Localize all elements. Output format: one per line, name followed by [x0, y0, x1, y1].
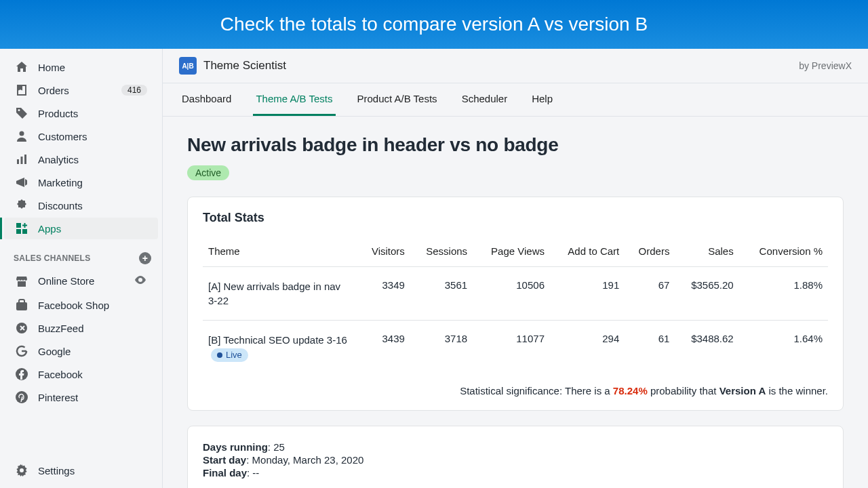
store-icon: [15, 274, 28, 288]
main-content: A|B Theme Scientist by PreviewX Dashboar…: [163, 49, 868, 488]
nav-orders[interactable]: Orders 416: [4, 79, 158, 101]
stats-table: Theme Visitors Sessions Page Views Add t…: [203, 239, 828, 374]
meta-start: Start day: Monday, March 23, 2020: [203, 454, 828, 466]
orders-icon: [15, 83, 28, 97]
cell-theme: [A] New arrivals badge in nav 3-22: [208, 281, 340, 306]
table-row: [B] Technical SEO update 3-16 Live 3439 …: [203, 321, 828, 375]
nav-products[interactable]: Products: [4, 102, 158, 124]
col-atc: Add to Cart: [550, 239, 625, 267]
nav-label: Google: [38, 346, 71, 357]
megaphone-icon: [15, 176, 28, 189]
nav-label: Facebook Shop: [38, 300, 109, 311]
svg-rect-6: [16, 229, 21, 234]
app-author: by PreviewX: [799, 60, 852, 71]
svg-rect-2: [21, 157, 23, 164]
facebook-icon: [15, 367, 28, 381]
nav-customers[interactable]: Customers: [4, 125, 158, 147]
cell-conversion: 1.64%: [739, 321, 828, 375]
nav-label: Facebook: [38, 369, 83, 380]
cell-pageviews: 10506: [473, 267, 550, 321]
channel-google[interactable]: Google: [4, 340, 158, 362]
facebook-shop-icon: [15, 298, 28, 312]
tab-dashboard[interactable]: Dashboard: [179, 83, 234, 116]
col-visitors: Visitors: [357, 239, 410, 267]
nav-label: Products: [38, 108, 78, 119]
tab-help[interactable]: Help: [529, 83, 555, 116]
tab-product-ab-tests[interactable]: Product A/B Tests: [355, 83, 440, 116]
cell-orders: 67: [625, 267, 675, 321]
cell-sales: $3565.20: [675, 267, 738, 321]
sidebar: Home Orders 416 Products Customers Analy…: [0, 49, 163, 488]
total-stats-card: Total Stats Theme Visitors Sessions Page…: [187, 197, 844, 411]
discount-icon: [15, 199, 28, 212]
table-row: [A] New arrivals badge in nav 3-22 3349 …: [203, 267, 828, 321]
app-header: A|B Theme Scientist by PreviewX: [163, 49, 868, 83]
home-icon: [15, 60, 28, 74]
significance-text: Statistical significance: There is a 78.…: [203, 374, 828, 396]
nav-marketing[interactable]: Marketing: [4, 171, 158, 193]
cell-theme: [B] Technical SEO update 3-16: [208, 334, 347, 346]
orders-badge: 416: [121, 85, 147, 96]
nav-analytics[interactable]: Analytics: [4, 148, 158, 170]
live-badge: Live: [211, 348, 248, 362]
cell-atc: 191: [550, 267, 625, 321]
svg-rect-5: [22, 229, 27, 234]
cell-visitors: 3439: [357, 321, 410, 375]
nav-label: Discounts: [38, 200, 83, 211]
svg-rect-3: [24, 155, 26, 164]
tab-bar: Dashboard Theme A/B Tests Product A/B Te…: [163, 83, 868, 117]
nav-apps[interactable]: Apps: [4, 218, 158, 239]
buzzfeed-icon: [15, 321, 28, 335]
cell-sessions: 3718: [410, 321, 473, 375]
tab-scheduler[interactable]: Scheduler: [459, 83, 511, 116]
cell-atc: 294: [550, 321, 625, 375]
channel-pinterest[interactable]: Pinterest: [4, 386, 158, 408]
tab-theme-ab-tests[interactable]: Theme A/B Tests: [253, 83, 335, 116]
col-conversion: Conversion %: [739, 239, 828, 267]
eye-icon[interactable]: [134, 273, 147, 289]
channel-buzzfeed[interactable]: BuzzFeed: [4, 317, 158, 339]
cell-sales: $3488.62: [675, 321, 738, 375]
svg-rect-1: [17, 159, 19, 164]
nav-label: BuzzFeed: [38, 323, 84, 334]
nav-label: Home: [38, 62, 65, 73]
cell-conversion: 1.88%: [739, 267, 828, 321]
page-title: New arrivals badge in header vs no badge: [187, 134, 844, 156]
svg-rect-4: [16, 223, 21, 228]
channel-facebook[interactable]: Facebook: [4, 363, 158, 385]
status-badge: Active: [187, 165, 229, 180]
col-sales: Sales: [675, 239, 738, 267]
nav-label: Analytics: [38, 154, 79, 165]
channel-facebook-shop[interactable]: Facebook Shop: [4, 294, 158, 316]
nav-label: Online Store: [38, 275, 94, 287]
nav-discounts[interactable]: Discounts: [4, 195, 158, 216]
col-sessions: Sessions: [410, 239, 473, 267]
svg-rect-7: [16, 302, 27, 310]
app-logo-icon: A|B: [179, 57, 197, 75]
channel-online-store[interactable]: Online Store: [4, 269, 158, 293]
col-theme: Theme: [203, 239, 357, 267]
nav-label: Orders: [38, 85, 69, 96]
nav-settings[interactable]: Settings: [4, 460, 158, 481]
nav-label: Pinterest: [38, 392, 78, 403]
add-channel-button[interactable]: +: [139, 252, 151, 264]
analytics-icon: [15, 152, 28, 166]
nav-home[interactable]: Home: [4, 56, 158, 78]
test-meta-card: Days running: 25 Start day: Monday, Marc…: [187, 426, 844, 488]
cell-visitors: 3349: [357, 267, 410, 321]
sales-channels-header: SALES CHANNELS +: [0, 240, 162, 268]
promo-banner: Check the totals to compare version A vs…: [0, 0, 868, 49]
stats-heading: Total Stats: [203, 211, 828, 225]
person-icon: [15, 129, 28, 143]
meta-days: Days running: 25: [203, 441, 828, 453]
tag-icon: [15, 106, 28, 120]
app-title: Theme Scientist: [203, 59, 286, 73]
cell-pageviews: 11077: [473, 321, 550, 375]
pinterest-icon: [15, 390, 28, 404]
nav-label: Marketing: [38, 177, 83, 188]
gear-icon: [15, 464, 28, 477]
cell-sessions: 3561: [410, 267, 473, 321]
cell-orders: 61: [625, 321, 675, 375]
col-orders: Orders: [625, 239, 675, 267]
nav-label: Settings: [38, 465, 75, 476]
